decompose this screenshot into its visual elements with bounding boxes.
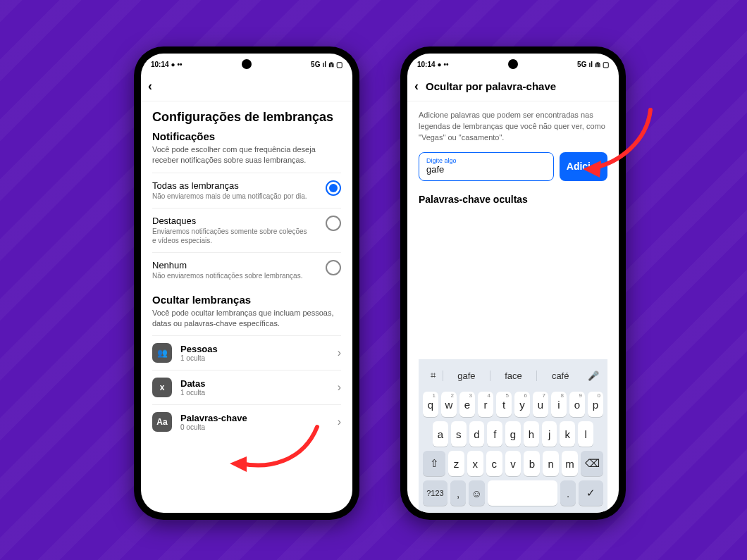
keyboard: ⌗ gafe face café 🎤 q1w2e3r4t5y6u7i8o9p0 … bbox=[419, 359, 607, 513]
key-row-3: ⇧ zxcvbnm ⌫ bbox=[423, 451, 603, 476]
radio-sub: Não enviaremos notificações sobre lembra… bbox=[152, 272, 302, 281]
period-key[interactable]: . bbox=[560, 480, 576, 506]
phone-frame-left: 10:14● •• 5G ıl ⋒ ▢ ‹ Configurações de l… bbox=[134, 46, 359, 520]
suggestion[interactable]: gafe bbox=[443, 371, 490, 381]
key-k[interactable]: k bbox=[560, 421, 575, 447]
key-d[interactable]: d bbox=[469, 421, 485, 447]
item-dates[interactable]: x Datas 1 oculta › bbox=[152, 370, 341, 404]
hide-memories-sub: Você pode ocultar lembranças que incluam… bbox=[152, 308, 341, 329]
key-c[interactable]: c bbox=[486, 451, 502, 476]
key-b[interactable]: b bbox=[524, 451, 540, 476]
status-signal-icon: ıl bbox=[588, 61, 593, 68]
status-battery-icon: ▢ bbox=[603, 61, 609, 68]
keywords-icon: Aa bbox=[152, 412, 172, 432]
key-v[interactable]: v bbox=[505, 451, 521, 476]
radio-title: Nenhum bbox=[152, 260, 302, 270]
radio-indicator[interactable] bbox=[326, 216, 341, 231]
radio-sub: Não enviaremos mais de uma notificação p… bbox=[152, 192, 307, 201]
radio-title: Todas as lembranças bbox=[152, 180, 307, 191]
key-h[interactable]: h bbox=[524, 421, 539, 447]
key-w[interactable]: w2 bbox=[441, 392, 457, 417]
emoji-key[interactable]: ☺ bbox=[469, 480, 484, 506]
add-button[interactable]: Adici… bbox=[560, 152, 607, 181]
key-x[interactable]: x bbox=[467, 451, 483, 476]
item-sub: 1 oculta bbox=[180, 389, 205, 397]
key-e[interactable]: e3 bbox=[459, 392, 475, 417]
status-time: 10:14 bbox=[417, 61, 436, 68]
screen-right: 10:14● •• 5G ıl ⋒ ▢ ‹ Ocultar por palavr… bbox=[407, 54, 619, 513]
radio-sub: Enviaremos notificações somente sobre co… bbox=[152, 228, 307, 245]
item-sub: 1 oculta bbox=[180, 354, 218, 362]
key-g[interactable]: g bbox=[505, 421, 521, 447]
header: ‹ Ocultar por palavra-chave bbox=[407, 75, 619, 101]
radio-row-all[interactable]: Todas as lembranças Não enviaremos mais … bbox=[152, 173, 341, 209]
space-key[interactable] bbox=[488, 480, 557, 506]
status-battery-icon: ▢ bbox=[336, 61, 342, 68]
mic-icon[interactable]: 🎤 bbox=[584, 371, 603, 381]
key-r[interactable]: r4 bbox=[478, 392, 493, 417]
field-value: gafe bbox=[426, 164, 546, 175]
chevron-right-icon: › bbox=[338, 347, 341, 359]
enter-key[interactable]: ✓ bbox=[579, 480, 603, 506]
back-button[interactable]: ‹ bbox=[148, 79, 152, 94]
people-icon: 👥 bbox=[152, 343, 172, 363]
key-q[interactable]: q1 bbox=[423, 392, 438, 417]
status-5g-icon: 5G bbox=[311, 61, 320, 68]
shift-key[interactable]: ⇧ bbox=[423, 451, 445, 476]
status-dots: ● •• bbox=[438, 61, 449, 68]
tutorial-image: 10:14● •• 5G ıl ⋒ ▢ ‹ Configurações de l… bbox=[0, 0, 747, 560]
key-l[interactable]: l bbox=[578, 421, 593, 447]
key-m[interactable]: m bbox=[562, 451, 578, 476]
status-wifi-icon: ⋒ bbox=[595, 61, 600, 68]
status-signal-icon: ıl bbox=[322, 61, 326, 68]
camera-notch bbox=[242, 59, 252, 69]
suggestion[interactable]: face bbox=[490, 371, 537, 381]
key-s[interactable]: s bbox=[451, 421, 467, 447]
camera-notch bbox=[508, 59, 518, 69]
radio-title: Destaques bbox=[152, 216, 307, 226]
key-row-4: ?123 , ☺ . ✓ bbox=[423, 480, 603, 506]
numbers-key[interactable]: ?123 bbox=[423, 480, 447, 506]
header: ‹ bbox=[141, 75, 352, 101]
key-row-2: asdfghjkl bbox=[423, 421, 603, 447]
backspace-key[interactable]: ⌫ bbox=[581, 451, 603, 476]
key-t[interactable]: t5 bbox=[496, 392, 512, 417]
key-i[interactable]: i8 bbox=[551, 392, 567, 417]
radio-indicator[interactable] bbox=[326, 260, 341, 275]
field-label: Digite algo bbox=[426, 157, 546, 164]
hide-memories-heading: Ocultar lembranças bbox=[152, 294, 341, 306]
item-keywords[interactable]: Aa Palavras-chave 0 oculta › bbox=[152, 404, 341, 439]
radio-row-highlights[interactable]: Destaques Enviaremos notificações soment… bbox=[152, 208, 341, 252]
screen-left: 10:14● •• 5G ıl ⋒ ▢ ‹ Configurações de l… bbox=[141, 54, 352, 513]
suggestion-bar: ⌗ gafe face café 🎤 bbox=[423, 363, 603, 387]
back-button[interactable]: ‹ bbox=[414, 79, 419, 94]
notifications-heading: Notificações bbox=[152, 130, 341, 142]
item-people[interactable]: 👥 Pessoas 1 oculta › bbox=[152, 335, 341, 370]
key-row-1: q1w2e3r4t5y6u7i8o9p0 bbox=[423, 392, 603, 417]
item-title: Palavras-chave bbox=[180, 413, 247, 423]
content: Adicione palavras que podem ser encontra… bbox=[407, 101, 619, 513]
item-sub: 0 oculta bbox=[180, 423, 247, 431]
key-j[interactable]: j bbox=[542, 421, 557, 447]
key-o[interactable]: o9 bbox=[569, 392, 585, 417]
page-title: Ocultar por palavra-chave bbox=[426, 80, 556, 92]
notifications-sub: Você pode escolher com que frequência de… bbox=[152, 144, 341, 166]
page-title: Configurações de lembranças bbox=[152, 110, 341, 125]
radio-row-none[interactable]: Nenhum Não enviaremos notificações sobre… bbox=[152, 252, 341, 288]
key-z[interactable]: z bbox=[448, 451, 464, 476]
keyword-input[interactable]: Digite algo gafe bbox=[419, 152, 554, 181]
key-p[interactable]: p0 bbox=[588, 392, 603, 417]
keyboard-menu-icon[interactable]: ⌗ bbox=[423, 370, 443, 381]
key-u[interactable]: u7 bbox=[533, 392, 548, 417]
radio-indicator-on[interactable] bbox=[326, 180, 341, 196]
item-title: Pessoas bbox=[180, 344, 218, 354]
hidden-keywords-heading: Palavras-chave ocultas bbox=[419, 194, 607, 205]
key-n[interactable]: n bbox=[543, 451, 559, 476]
key-a[interactable]: a bbox=[433, 421, 448, 447]
key-y[interactable]: y6 bbox=[514, 392, 530, 417]
comma-key[interactable]: , bbox=[450, 480, 466, 506]
input-row: Digite algo gafe Adici… bbox=[419, 152, 607, 189]
key-f[interactable]: f bbox=[487, 421, 502, 447]
chevron-right-icon: › bbox=[338, 381, 341, 394]
suggestion[interactable]: café bbox=[536, 371, 584, 381]
